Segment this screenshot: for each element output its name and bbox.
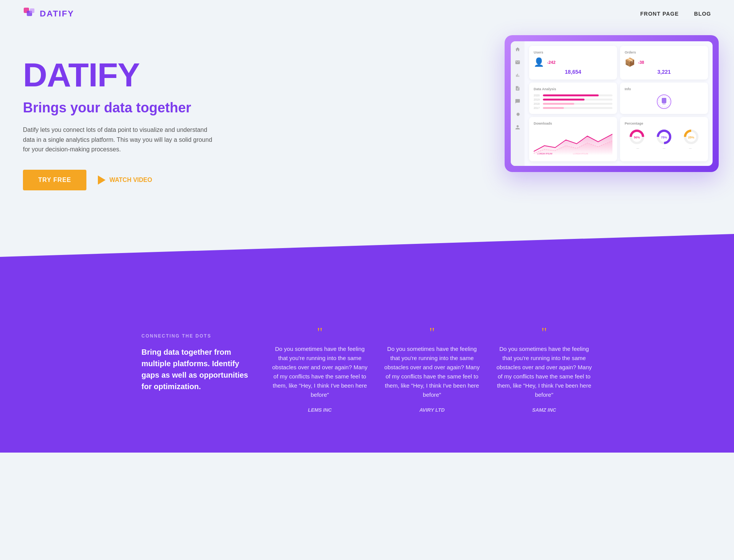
testimonial-2-company: AVIRY LTD [383, 407, 480, 413]
svg-rect-2 [30, 8, 34, 13]
testimonial-1: " Do you sometimes have the feeling that… [271, 318, 368, 422]
navigation: DATIFY FRONT PAGE BLOG [0, 0, 734, 28]
dashboard-outer: Users 👤 -242 18,654 Orders 📦 -38 [505, 35, 719, 172]
hero-subtitle: Brings your data together [23, 99, 214, 116]
orders-card-title: Orders [625, 50, 703, 54]
testimonial-3-company: SAMZ INC [496, 407, 593, 413]
downloads-chart: LOREM IPSUM LOREM IPSUM [534, 128, 612, 155]
info-icon [625, 94, 703, 109]
testimonial-2-text: Do you sometimes have the feeling that y… [383, 344, 480, 399]
diagonal-bg [0, 234, 734, 318]
sidebar-mail-icon [514, 59, 521, 66]
hero-description: Datify lets you connect lots of data poi… [23, 125, 214, 154]
sidebar-home-icon [514, 46, 521, 53]
sidebar-chart-icon [514, 72, 521, 79]
dashboard-mockup: Users 👤 -242 18,654 Orders 📦 -38 [505, 35, 719, 172]
users-card-title: Users [534, 50, 612, 54]
logo-icon [23, 7, 37, 21]
svg-text:LOREM IPSUM: LOREM IPSUM [537, 153, 552, 155]
downloads-title: Downloads [534, 122, 612, 125]
quote-mark-1: " [271, 327, 368, 338]
try-free-button[interactable]: TRY FREE [23, 170, 86, 190]
sidebar-chat-icon [514, 98, 521, 105]
info-card: Info [620, 83, 708, 114]
nav-links: FRONT PAGE BLOG [640, 11, 711, 17]
connecting-left: CONNECTING THE DOTS Bring data together … [141, 318, 256, 392]
dashboard-inner: Users 👤 -242 18,654 Orders 📦 -38 [511, 41, 713, 166]
info-card-title: Info [625, 87, 703, 91]
users-stat: 👤 -242 [534, 57, 612, 67]
connecting-grid: CONNECTING THE DOTS Bring data together … [141, 318, 593, 422]
section-inner: CONNECTING THE DOTS Bring data together … [119, 318, 615, 422]
orders-stat: 📦 -38 [625, 57, 703, 67]
data-analysis-title: Data Analysis [534, 87, 612, 91]
watch-video-label: WATCH VIDEO [109, 177, 152, 183]
dashboard-main: Users 👤 -242 18,654 Orders 📦 -38 [525, 41, 713, 166]
watch-video-button[interactable]: WATCH VIDEO [98, 175, 152, 185]
donut-2: 75% [656, 128, 672, 145]
nav-link-front-page[interactable]: FRONT PAGE [640, 11, 679, 17]
donuts-container: 50% 75% [625, 128, 703, 145]
donut-1: 50% [628, 128, 645, 145]
testimonial-3: " Do you sometimes have the feeling that… [496, 318, 593, 422]
testimonial-1-company: LEMS INC [271, 407, 368, 413]
sidebar-file-icon [514, 85, 521, 92]
quote-mark-3: " [496, 327, 593, 338]
svg-rect-6 [663, 104, 666, 104]
hero-section: DATIFY Brings your data together Datify … [0, 28, 734, 226]
orders-card: Orders 📦 -38 3,221 [620, 46, 708, 80]
users-card: Users 👤 -242 18,654 [529, 46, 617, 80]
testimonial-2: " Do you sometimes have the feeling that… [383, 318, 480, 422]
percentage-card: Percentage 50% [620, 117, 708, 161]
data-analysis-bars: 2020 2019 2018 [534, 94, 612, 109]
donut-3: 25% [683, 128, 700, 145]
downloads-card: Downloads [529, 117, 617, 161]
svg-text:50%: 50% [634, 136, 640, 139]
users-sub: 18,654 [534, 69, 612, 75]
hero-buttons: TRY FREE WATCH VIDEO [23, 170, 214, 190]
orders-sub: 3,221 [625, 69, 703, 75]
connecting-tag: CONNECTING THE DOTS [141, 333, 256, 339]
logo-text: DATIFY [40, 9, 74, 19]
hero-title: DATIFY [23, 58, 214, 92]
sidebar-settings-icon [514, 111, 521, 118]
nav-link-blog[interactable]: BLOG [694, 11, 711, 17]
svg-rect-5 [662, 98, 666, 103]
play-icon [98, 175, 106, 185]
testimonials-section: CONNECTING THE DOTS Bring data together … [0, 318, 734, 453]
hero-content: DATIFY Brings your data together Datify … [23, 50, 214, 190]
svg-text:LOREM IPSUM: LOREM IPSUM [573, 153, 588, 155]
sidebar-user-icon [514, 124, 521, 131]
percentage-title: Percentage [625, 122, 703, 125]
quote-mark-2: " [383, 327, 480, 338]
svg-text:25%: 25% [688, 136, 694, 139]
data-analysis-card: Data Analysis 2020 2019 2018 [529, 83, 617, 114]
testimonial-3-text: Do you sometimes have the feeling that y… [496, 344, 593, 399]
testimonial-1-text: Do you sometimes have the feeling that y… [271, 344, 368, 399]
logo[interactable]: DATIFY [23, 7, 74, 21]
connecting-text: Bring data together from multiple platfo… [141, 346, 256, 392]
dashboard-sidebar [511, 41, 525, 166]
svg-text:75%: 75% [661, 136, 667, 139]
